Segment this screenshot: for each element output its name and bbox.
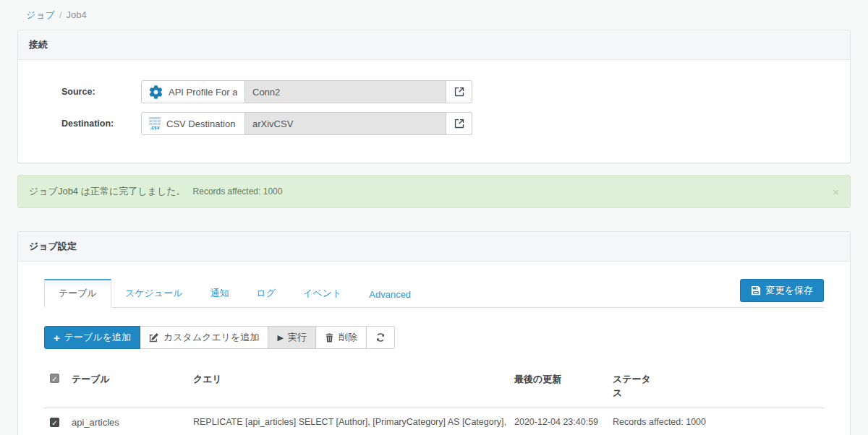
destination-connector-name: CSV Destination bbox=[166, 119, 235, 129]
column-header-last-update: 最後の更新 bbox=[509, 364, 607, 408]
source-open-button[interactable] bbox=[446, 80, 472, 103]
job-settings-title: ジョブ設定 bbox=[18, 232, 850, 262]
destination-open-button[interactable] bbox=[446, 112, 472, 135]
breadcrumb-jobs-link[interactable]: ジョブ bbox=[26, 9, 55, 20]
table-row[interactable]: ✓ api_articles REPLICATE [api_articles] … bbox=[44, 408, 824, 435]
run-label: 実行 bbox=[288, 331, 307, 344]
job-settings-panel: ジョブ設定 テーブル スケジュール 通知 ログ イベント Advanced 変更… bbox=[17, 231, 851, 435]
play-icon: ▶ bbox=[277, 333, 283, 343]
tab-tables[interactable]: テーブル bbox=[44, 279, 111, 308]
alert-detail: Records affected: 1000 bbox=[193, 186, 283, 197]
plus-icon: + bbox=[54, 332, 60, 343]
column-header-query: クエリ bbox=[187, 364, 509, 408]
save-icon bbox=[751, 285, 761, 296]
breadcrumb-separator: / bbox=[59, 9, 62, 20]
source-connection-input[interactable] bbox=[245, 80, 446, 103]
connection-panel-title: 接続 bbox=[18, 30, 850, 60]
source-connector-name: API Profile For arXiv bbox=[169, 87, 237, 98]
tab-bar: テーブル スケジュール 通知 ログ イベント Advanced 変更を保存 bbox=[44, 279, 824, 308]
column-header-status: ステータス bbox=[613, 373, 659, 400]
external-link-icon bbox=[454, 119, 464, 129]
page: ジョブ/Job4 接続 Source: API Profile For arXi… bbox=[0, 0, 868, 435]
destination-input-group: .csv CSV Destination bbox=[141, 112, 472, 135]
row-last-update: 2020-12-04 23:40:59 bbox=[509, 408, 607, 435]
destination-label: Destination: bbox=[61, 119, 141, 129]
tab-logs[interactable]: ログ bbox=[242, 280, 289, 307]
table-toolbar: + テーブルを追加 カスタムクエリを追加 ▶ 実行 bbox=[44, 326, 395, 349]
breadcrumb-current: Job4 bbox=[67, 9, 87, 20]
row-table-name: api_articles bbox=[66, 408, 187, 435]
success-alert: ジョブJob4 は正常に完了しました。 Records affected: 10… bbox=[17, 175, 851, 208]
tab-events[interactable]: イベント bbox=[289, 280, 355, 307]
tab-advanced[interactable]: Advanced bbox=[355, 282, 425, 307]
connection-panel: 接続 Source: API Profile For arXiv bbox=[17, 30, 851, 163]
refresh-icon bbox=[375, 332, 386, 343]
refresh-button[interactable] bbox=[366, 326, 395, 349]
alert-close-icon[interactable]: × bbox=[833, 186, 839, 197]
row-status: Records affected: 1000 bbox=[607, 408, 824, 435]
breadcrumb: ジョブ/Job4 bbox=[26, 9, 851, 22]
edit-icon bbox=[149, 332, 159, 343]
destination-connector-button[interactable]: .csv CSV Destination bbox=[141, 112, 245, 135]
add-table-label: テーブルを追加 bbox=[64, 331, 131, 344]
gear-icon bbox=[149, 85, 163, 99]
source-label: Source: bbox=[61, 87, 141, 97]
add-custom-query-label: カスタムクエリを追加 bbox=[163, 331, 259, 344]
save-changes-label: 変更を保存 bbox=[766, 284, 813, 297]
delete-label: 削除 bbox=[339, 331, 357, 344]
run-button[interactable]: ▶ 実行 bbox=[268, 326, 315, 349]
source-row: Source: API Profile For arXiv bbox=[61, 80, 839, 103]
table-header-row: ✓ テーブル クエリ 最後の更新 ステータス bbox=[44, 364, 824, 408]
external-link-icon bbox=[454, 87, 464, 97]
select-all-checkbox[interactable]: ✓ bbox=[50, 374, 59, 383]
csv-badge-text: .csv bbox=[150, 126, 159, 131]
csv-file-icon: .csv bbox=[149, 117, 161, 131]
source-input-group: API Profile For arXiv bbox=[141, 80, 472, 103]
column-header-table: テーブル bbox=[66, 364, 187, 408]
row-query: REPLICATE [api_articles] SELECT [Author]… bbox=[187, 408, 509, 435]
tab-notifications[interactable]: 通知 bbox=[196, 280, 242, 307]
connection-panel-body: Source: API Profile For arXiv bbox=[18, 60, 850, 163]
destination-connection-input[interactable] bbox=[245, 112, 446, 135]
destination-row: Destination: .csv CSV Destination bbox=[61, 112, 839, 135]
tables-table: ✓ テーブル クエリ 最後の更新 ステータス ✓ api_articles RE… bbox=[44, 364, 824, 435]
alert-message: ジョブJob4 は正常に完了しました。 bbox=[29, 185, 186, 198]
row-checkbox[interactable]: ✓ bbox=[50, 418, 59, 427]
save-changes-button[interactable]: 変更を保存 bbox=[740, 279, 824, 302]
source-connector-button[interactable]: API Profile For arXiv bbox=[141, 80, 245, 103]
job-settings-body: テーブル スケジュール 通知 ログ イベント Advanced 変更を保存 + … bbox=[18, 262, 850, 435]
delete-button[interactable]: 削除 bbox=[315, 326, 367, 349]
tab-schedule[interactable]: スケジュール bbox=[111, 280, 197, 307]
trash-icon bbox=[325, 333, 334, 343]
add-custom-query-button[interactable]: カスタムクエリを追加 bbox=[140, 326, 268, 349]
add-table-button[interactable]: + テーブルを追加 bbox=[44, 326, 140, 349]
